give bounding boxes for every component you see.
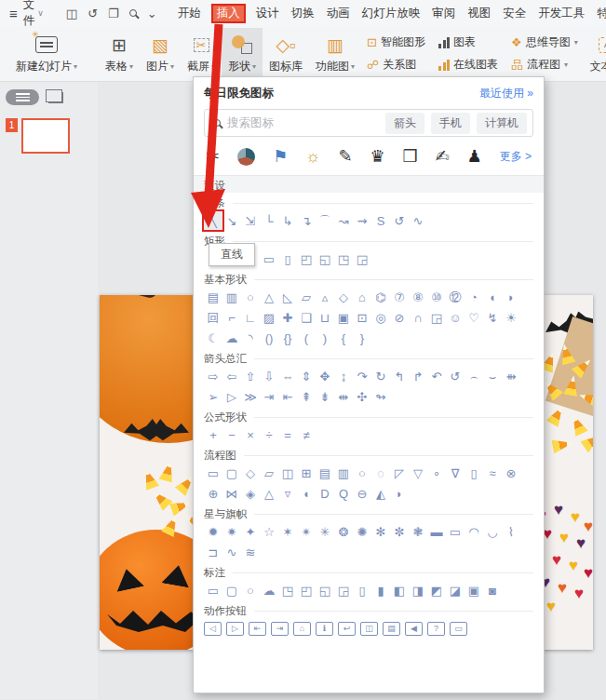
shape-动作按钮-5[interactable]: ⌂ — [293, 622, 311, 636]
shape-箭头总汇-28[interactable]: ⇹ — [334, 387, 353, 406]
shape-基本形状-2[interactable]: ▥ — [222, 288, 241, 306]
shape-流程图-13[interactable]: ∘ — [427, 464, 446, 482]
shape-基本形状-17[interactable]: ◗ — [502, 288, 520, 306]
more-commands-icon[interactable]: ⌄ — [147, 7, 157, 20]
shape-标注-10[interactable]: ▮ — [371, 581, 390, 599]
shape-基本形状-43[interactable]: ◝ — [241, 329, 260, 347]
shape-公式形状-4[interactable]: ÷ — [260, 425, 278, 444]
document-icon[interactable]: ❒ — [403, 148, 418, 165]
shape-星与旗帜-13[interactable]: ▬ — [427, 522, 446, 541]
shape-流程图-25[interactable]: ▿ — [278, 484, 297, 503]
shape-星与旗帜-8[interactable]: ❂ — [334, 522, 353, 541]
clipboard-pen-icon[interactable]: ✍ — [436, 148, 450, 165]
shape-星与旗帜-21[interactable]: ⊐ — [204, 543, 222, 561]
shape-流程图-11[interactable]: ◸ — [390, 464, 409, 482]
print-preview-icon[interactable] — [129, 9, 137, 17]
shape-星与旗帜-14[interactable]: ▭ — [446, 522, 465, 541]
shape-箭头总汇-8[interactable]: ↨ — [334, 367, 353, 385]
shape-标注-14[interactable]: ◪ — [446, 581, 465, 599]
shape-流程图-15[interactable]: ▯ — [465, 464, 483, 482]
shape-标注-12[interactable]: ◨ — [409, 581, 427, 599]
shape-流程图-23[interactable]: ◈ — [241, 484, 260, 503]
shape-星与旗帜-23[interactable]: ≋ — [241, 543, 260, 561]
shape-流程图-5[interactable]: ◫ — [278, 464, 297, 482]
shape-箭头总汇-1[interactable]: ⇨ — [204, 367, 222, 385]
shape-箭头总汇-30[interactable]: ↬ — [371, 387, 390, 406]
shape-标注-5[interactable]: ◳ — [278, 581, 297, 599]
shape-基本形状-46[interactable]: ( — [297, 329, 316, 347]
save-icon[interactable]: ◫ — [66, 7, 77, 20]
outline-view-toggle[interactable] — [6, 89, 39, 105]
shape-矩形-5[interactable]: ▯ — [278, 249, 297, 268]
shape-箭头总汇-14[interactable]: ↺ — [446, 367, 465, 385]
shape-星与旗帜-2[interactable]: ✷ — [222, 522, 241, 541]
shape-星与旗帜-6[interactable]: ✴ — [297, 522, 316, 541]
shape-动作按钮-3[interactable]: ⇤ — [249, 622, 266, 636]
shape-标注-2[interactable]: ▢ — [222, 581, 241, 599]
shape-基本形状-31[interactable]: ⊘ — [390, 308, 409, 327]
shape-基本形状-48[interactable]: { — [334, 329, 353, 347]
shape-基本形状-1[interactable]: ▤ — [204, 288, 222, 306]
shape-基本形状-10[interactable]: ⌬ — [371, 288, 390, 306]
flag-icon[interactable]: ⚑ — [273, 148, 288, 165]
menu-item-插入[interactable]: 插入 — [211, 4, 246, 23]
shape-基本形状-26[interactable]: ❑ — [297, 308, 316, 327]
menu-item-开发工具[interactable]: 开发工具 — [536, 5, 586, 22]
shape-流程图-29[interactable]: ⊖ — [353, 484, 371, 503]
shape-箭头总汇-17[interactable]: ⇻ — [502, 367, 520, 385]
shape-流程图-2[interactable]: ▢ — [222, 464, 241, 482]
toolbar-button-截屏[interactable]: ✂截屏▾ — [181, 28, 222, 79]
shape-基本形状-45[interactable]: {} — [278, 329, 297, 347]
search-tag-计算机[interactable]: 计算机 — [477, 113, 527, 134]
pie-chart-icon[interactable] — [237, 148, 255, 166]
toolbar-button-图片[interactable]: ▧图片▾ — [140, 28, 181, 79]
shape-箭头总汇-27[interactable]: ⇟ — [316, 387, 334, 406]
toolbar-button-图表[interactable]: 图表 — [438, 34, 498, 50]
shape-基本形状-8[interactable]: ◇ — [334, 288, 353, 306]
shape-流程图-27[interactable]: D — [316, 484, 334, 503]
shape-流程图-28[interactable]: Q — [334, 484, 353, 503]
shape-星与旗帜-1[interactable]: ✹ — [204, 522, 222, 541]
search-input[interactable]: 搜索图标 — [227, 115, 379, 131]
shape-基本形状-12[interactable]: ⑧ — [409, 288, 427, 306]
shape-标注-8[interactable]: ◲ — [334, 581, 353, 599]
shape-星与旗帜-5[interactable]: ✶ — [278, 522, 297, 541]
shape-动作按钮-8[interactable]: ◫ — [360, 622, 378, 636]
toolbar-button-图标库[interactable]: ◇▫图标库 — [263, 28, 309, 79]
shape-公式形状-3[interactable]: × — [241, 425, 260, 444]
shape-线条-9[interactable]: ⇝ — [353, 211, 371, 230]
menu-item-设计[interactable]: 设计 — [254, 5, 281, 22]
lightbulb-icon[interactable]: ☼ — [305, 148, 321, 165]
shape-箭头总汇-15[interactable]: ⌢ — [465, 367, 483, 385]
shape-动作按钮-10[interactable]: ◀ — [405, 622, 423, 636]
shape-流程图-9[interactable]: ○ — [353, 464, 371, 482]
shape-标注-6[interactable]: ◰ — [297, 581, 316, 599]
shape-流程图-12[interactable]: ▽ — [409, 464, 427, 482]
shape-星与旗帜-22[interactable]: ∿ — [222, 543, 241, 561]
shape-标注-16[interactable]: ◙ — [483, 581, 502, 599]
menu-item-开始[interactable]: 开始 — [176, 5, 203, 22]
shape-线条-1[interactable]: ╲ — [204, 211, 222, 230]
shape-箭头总汇-21[interactable]: ➢ — [204, 387, 222, 406]
shape-基本形状-24[interactable]: ▨ — [260, 308, 278, 327]
shape-流程图-21[interactable]: ⊕ — [204, 484, 222, 503]
shape-基本形状-32[interactable]: ∩ — [409, 308, 427, 327]
shape-基本形状-34[interactable]: ☺ — [446, 308, 465, 327]
shape-动作按钮-4[interactable]: ⇥ — [271, 622, 289, 636]
shape-基本形状-30[interactable]: ◎ — [371, 308, 390, 327]
slide-thumbnail[interactable] — [21, 118, 70, 154]
shape-箭头总汇-3[interactable]: ⇧ — [241, 367, 260, 385]
shape-基本形状-28[interactable]: ▣ — [334, 308, 353, 327]
shape-箭头总汇-11[interactable]: ↰ — [390, 367, 409, 385]
shape-箭头总汇-12[interactable]: ↱ — [409, 367, 427, 385]
shape-流程图-1[interactable]: ▭ — [204, 464, 222, 482]
shape-箭头总汇-16[interactable]: ⌣ — [483, 367, 502, 385]
menu-item-特色应用[interactable]: 特色应用 — [595, 5, 606, 22]
shape-基本形状-22[interactable]: ⌐ — [222, 308, 241, 327]
shape-基本形状-49[interactable]: } — [353, 329, 371, 347]
toolbar-button-在线图表[interactable]: 在线图表 — [438, 57, 498, 73]
shape-矩形-7[interactable]: ◱ — [316, 249, 334, 268]
shape-基本形状-23[interactable]: ∟ — [241, 308, 260, 327]
shape-基本形状-16[interactable]: ◖ — [483, 288, 502, 306]
shape-基本形状-27[interactable]: ⊔ — [316, 308, 334, 327]
